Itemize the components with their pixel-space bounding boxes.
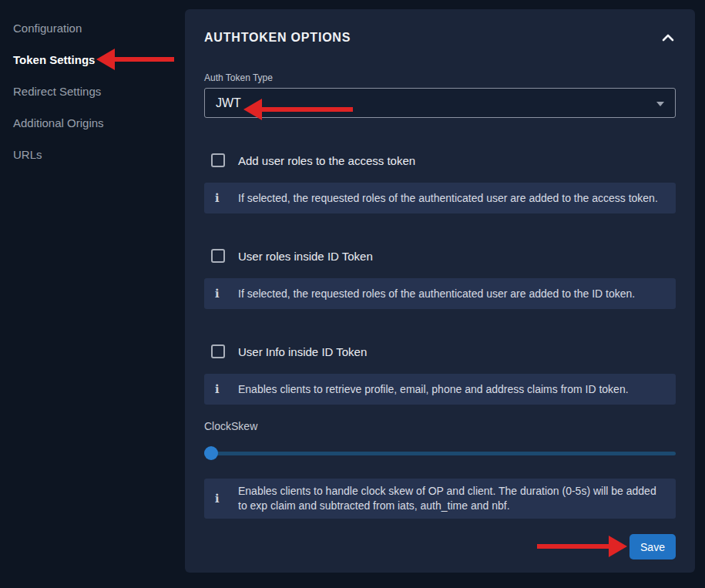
arrow-left-icon (243, 99, 262, 120)
auth-token-type-select[interactable]: JWT (204, 88, 676, 118)
info-box: ℹ Enables clients to retrieve profile, e… (204, 374, 676, 405)
chevron-up-icon (662, 32, 674, 44)
option-label: User Info inside ID Token (238, 345, 367, 358)
user-info-id-token-checkbox[interactable] (211, 344, 225, 358)
auth-token-type-label: Auth Token Type (204, 72, 676, 83)
token-settings-page: Configuration Token Settings Redirect Se… (0, 0, 705, 588)
info-icon: ℹ (215, 191, 238, 205)
clockskew-section: ClockSkew (204, 420, 676, 460)
option-row: Add user roles to the access token (211, 153, 676, 167)
caret-down-icon (656, 102, 664, 106)
info-text: If selected, the requested roles of the … (238, 191, 658, 206)
clockskew-info-box: ℹ Enables clients to handle clock skew o… (204, 479, 676, 519)
info-icon: ℹ (215, 492, 238, 506)
option-group-user-info: User Info inside ID Token ℹ Enables clie… (204, 344, 676, 405)
option-row: User Info inside ID Token (211, 344, 676, 358)
authtoken-options-panel: AUTHTOKEN OPTIONS Auth Token Type JWT Ad… (185, 9, 695, 573)
info-icon: ℹ (215, 382, 238, 396)
info-text: If selected, the requested roles of the … (238, 287, 635, 301)
option-group-id-token-roles: User roles inside ID Token ℹ If selected… (204, 249, 676, 309)
sidebar-item-configuration[interactable]: Configuration (13, 22, 183, 34)
info-box: ℹ If selected, the requested roles of th… (204, 183, 676, 213)
slider-track[interactable] (204, 452, 676, 455)
info-text: Enables clients to retrieve profile, ema… (238, 382, 629, 397)
panel-header: AUTHTOKEN OPTIONS (204, 31, 676, 45)
settings-sidebar: Configuration Token Settings Redirect Se… (0, 0, 183, 588)
clockskew-slider[interactable] (204, 446, 676, 460)
info-icon: ℹ (215, 287, 238, 301)
sidebar-item-additional-origins[interactable]: Additional Origins (13, 117, 183, 129)
slider-thumb[interactable] (204, 446, 218, 460)
save-button[interactable]: Save (629, 534, 676, 559)
option-label: Add user roles to the access token (238, 154, 415, 167)
arrow-left-icon (96, 49, 115, 70)
info-text: Enables clients to handle clock skew of … (238, 484, 665, 513)
user-roles-id-token-checkbox[interactable] (211, 249, 225, 263)
sidebar-item-urls[interactable]: URLs (13, 149, 183, 160)
info-box: ℹ If selected, the requested roles of th… (204, 278, 676, 309)
panel-title: AUTHTOKEN OPTIONS (204, 31, 351, 45)
clockskew-label: ClockSkew (204, 420, 676, 432)
sidebar-item-redirect-settings[interactable]: Redirect Settings (13, 86, 183, 97)
option-label: User roles inside ID Token (238, 250, 373, 263)
option-group-access-token-roles: Add user roles to the access token ℹ If … (204, 153, 676, 213)
auth-token-type-value: JWT (216, 96, 241, 110)
option-row: User roles inside ID Token (211, 249, 676, 263)
arrow-right-icon (609, 536, 627, 557)
add-user-roles-access-token-checkbox[interactable] (211, 153, 225, 167)
collapse-section-button[interactable] (660, 32, 676, 43)
